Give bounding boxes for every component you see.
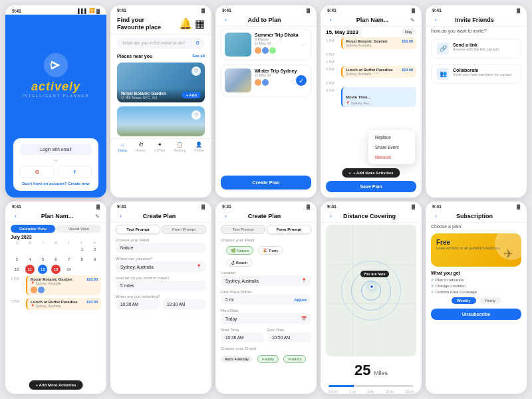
back-btn[interactable]: ‹ [12, 213, 19, 219]
nav-profile[interactable]: 👤 Profile [194, 142, 203, 152]
invite-option-collab[interactable]: 👥 Collaborate Invite your new members by… [431, 64, 521, 84]
time2-input[interactable]: 10:30 AM [162, 299, 206, 309]
profile-icon: 👤 [196, 142, 202, 148]
b1-event-2[interactable]: Lunch at Buffet Paradise $10.00 📍 Sydney… [26, 298, 101, 310]
link-icon: 🔗 [437, 43, 449, 55]
event-card-2[interactable]: Lunch at Buffet Paradise $10.00 Sydney, … [341, 66, 416, 78]
grid-icon[interactable]: ▦ [195, 17, 205, 30]
more-icon-2[interactable]: ··· [290, 78, 295, 84]
back-btn[interactable]: ‹ [432, 213, 440, 219]
edit-icon[interactable]: ✎ [95, 213, 100, 219]
status-icons: ▓ [96, 204, 100, 209]
location-input[interactable]: Sydney, Australia 📍 [221, 275, 311, 286]
form-prompt-tab[interactable]: Form Prompt [267, 225, 311, 234]
login-email-btn[interactable]: Login with email [20, 144, 92, 155]
nav-history[interactable]: ⏱ History [136, 142, 146, 152]
adjust-btn[interactable]: Adjust [294, 298, 307, 302]
location-input[interactable]: Sydney, Australia 📍 [116, 261, 206, 272]
page-header: ‹ Plan Nam... ✎ [5, 210, 106, 223]
create-plan-btn[interactable]: Create Plan [221, 176, 311, 190]
find-within-input[interactable]: 5 mi Adjust [221, 295, 311, 305]
end-time-input[interactable]: 10:50 AM [267, 332, 311, 342]
event-card-3[interactable]: Movie Thea... 📍 Sydney, Aus... [341, 87, 416, 107]
nav-ai[interactable]: ✦ AI Plan [154, 142, 165, 152]
edit-icon[interactable]: ✎ [410, 17, 415, 23]
ctx-remove[interactable]: Remove [368, 152, 415, 162]
status-icons: ▓ [307, 8, 310, 13]
place-card-1[interactable]: ♡ Royal Botanic Garden ⊙ Hill Tower, 9YC… [117, 63, 205, 102]
mini-calendar: July 2023 SMTWTFS 12 3456789 1011121314 [5, 235, 106, 274]
mood-field: Choose your Mood Nature [116, 238, 206, 253]
status-icons: ▓ [517, 8, 520, 13]
unsubscribe-btn[interactable]: Unsubscribe [431, 309, 521, 320]
calendar-view-btn[interactable]: Calendar View [11, 225, 55, 233]
crowd-kids[interactable]: Kid's Friendly [221, 356, 253, 362]
battery-icon: ▓ [517, 8, 520, 13]
trip-card-1[interactable]: Summer Trip Dhaka 2 Places ⊙ May 12 ··· [221, 29, 311, 61]
nav-booking[interactable]: 📋 Booking [174, 142, 186, 152]
plane-decoration: ✈ [503, 247, 513, 261]
time1-input[interactable]: 10:30 AM [116, 299, 160, 309]
page-title: Create Plan [143, 213, 176, 219]
like-btn-1[interactable]: ♡ [192, 66, 201, 76]
search-bar[interactable]: What are you in the mood to do? ⚙ [117, 38, 205, 49]
back-btn[interactable]: ‹ [327, 17, 334, 23]
crowd-family[interactable]: Family [257, 355, 279, 363]
mood-beach[interactable]: 🏖 Beach [226, 259, 252, 267]
mood-party[interactable]: 🎉 Party [258, 246, 283, 255]
crowd-friends[interactable]: Friends [283, 355, 306, 363]
visual-view-btn[interactable]: Visual View [57, 225, 101, 233]
bell-icon[interactable]: 🔔 [179, 17, 192, 30]
option2-title: Collaborate [453, 68, 511, 72]
back-btn[interactable]: ‹ [222, 213, 229, 219]
start-time-input[interactable]: 10:30 AM [221, 332, 265, 342]
event-card-1[interactable]: Royal Botanic Garden $10.00 Sydney, Aust… [341, 37, 416, 49]
back-btn[interactable]: ‹ [327, 213, 334, 219]
facebook-btn[interactable]: f [58, 166, 92, 178]
time-slot-5pm: 5 PM Lunch at Buffet Paradise $10.00 Syd… [326, 66, 416, 78]
trip-card-2[interactable]: Winter Trip Sydney ⊙ May 12 ✓ ··· [221, 65, 311, 96]
place-card-2[interactable]: ♡ [117, 106, 205, 136]
save-plan-btn[interactable]: Save Plan [326, 181, 416, 192]
distance-slider[interactable] [329, 385, 414, 387]
mood-input[interactable]: Nature [116, 243, 206, 253]
status-bar: 9:41 ▓ [321, 5, 422, 14]
text-prompt-tab[interactable]: Text Prompt [221, 225, 265, 234]
ctx-share[interactable]: Share Event [368, 142, 415, 152]
status-icons: ▓ [517, 204, 520, 209]
status-bar: 9:41 ▓ [215, 5, 317, 14]
see-all-btn[interactable]: See all [192, 54, 205, 59]
time-display: 9:41 [117, 8, 126, 13]
add-activities-btn[interactable]: + Add More Activities [29, 380, 83, 390]
google-btn[interactable]: G [20, 166, 55, 178]
nav-home[interactable]: ⌂ Home [118, 142, 126, 152]
status-icons: ▓ [307, 204, 310, 209]
invite-question: How do you want to invite? [426, 27, 527, 36]
status-bar: 9:41 ▓ [426, 5, 527, 14]
mood-nature[interactable]: 🌿 Nature [226, 246, 253, 255]
back-btn[interactable]: ‹ [222, 17, 229, 23]
ctx-replace[interactable]: Replace [368, 132, 415, 142]
day-toggle[interactable]: Day [401, 29, 416, 35]
add-activities-btn[interactable]: + + Add More Activities [342, 168, 400, 178]
text-prompt-tab[interactable]: Text Prompt [116, 225, 160, 234]
filter-icon[interactable]: ⚙ [196, 41, 200, 46]
more-icon[interactable]: ··· [302, 42, 307, 48]
form-prompt-tab[interactable]: Form Prompt [162, 225, 206, 234]
distance-input[interactable]: 5 miles [116, 281, 206, 291]
invite-option-link[interactable]: 🔗 Send a link Anyone with the link can j… [431, 39, 521, 59]
time-display: 9:41 [432, 8, 442, 13]
phone-create-plan-b2: 9:41 ▓ ‹ Create Plan Text Prompt Form Pr… [110, 201, 211, 394]
avatar-4 [255, 79, 261, 86]
back-btn[interactable]: ‹ [432, 17, 440, 23]
add-place-btn[interactable]: + Add [182, 92, 201, 98]
time-display: 9:41 [12, 204, 21, 209]
weekly-billing[interactable]: Weekly [452, 297, 476, 304]
plan-date-input[interactable]: Today 📅 [221, 313, 311, 324]
status-bar: 9:41 ▓ [426, 201, 527, 210]
back-btn[interactable]: ‹ [117, 213, 124, 219]
like-btn-2[interactable]: ♡ [192, 110, 201, 120]
trip-date-1: ⊙ May 12 [255, 41, 307, 45]
yearly-billing[interactable]: Yearly [479, 297, 501, 304]
b1-event-1[interactable]: Royal Botanic Garden $10.00 📍 Sydney, Au… [26, 275, 101, 295]
